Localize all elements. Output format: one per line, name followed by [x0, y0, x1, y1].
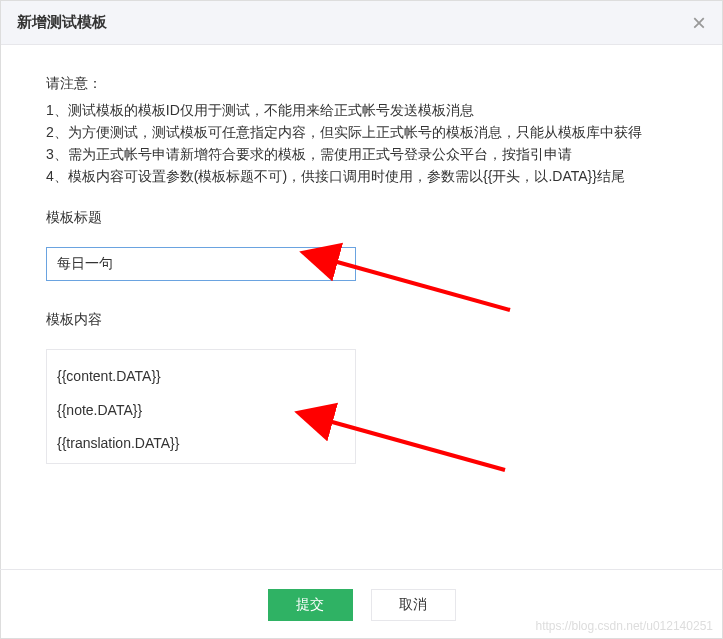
notice-item: 3、需为正式帐号申请新增符合要求的模板，需使用正式号登录公众平台，按指引申请	[46, 143, 677, 165]
template-content-textarea[interactable]	[46, 349, 356, 464]
watermark-text: https://blog.csdn.net/u012140251	[536, 619, 713, 633]
content-label: 模板内容	[46, 311, 677, 329]
notice-list: 1、测试模板的模板ID仅用于测试，不能用来给正式帐号发送模板消息 2、为方便测试…	[46, 99, 677, 187]
template-title-input[interactable]	[46, 247, 356, 281]
notice-item: 1、测试模板的模板ID仅用于测试，不能用来给正式帐号发送模板消息	[46, 99, 677, 121]
title-label: 模板标题	[46, 209, 677, 227]
notice-item: 4、模板内容可设置参数(模板标题不可)，供接口调用时使用，参数需以{{开头，以.…	[46, 165, 677, 187]
cancel-button[interactable]: 取消	[371, 589, 456, 621]
dialog-container: 新增测试模板 × 请注意： 1、测试模板的模板ID仅用于测试，不能用来给正式帐号…	[0, 0, 723, 639]
dialog-title: 新增测试模板	[17, 13, 107, 32]
close-icon[interactable]: ×	[692, 11, 706, 35]
dialog-header: 新增测试模板 ×	[1, 1, 722, 45]
dialog-body: 请注意： 1、测试模板的模板ID仅用于测试，不能用来给正式帐号发送模板消息 2、…	[1, 45, 722, 488]
submit-button[interactable]: 提交	[268, 589, 353, 621]
notice-heading: 请注意：	[46, 75, 677, 93]
notice-item: 2、为方便测试，测试模板可任意指定内容，但实际上正式帐号的模板消息，只能从模板库…	[46, 121, 677, 143]
